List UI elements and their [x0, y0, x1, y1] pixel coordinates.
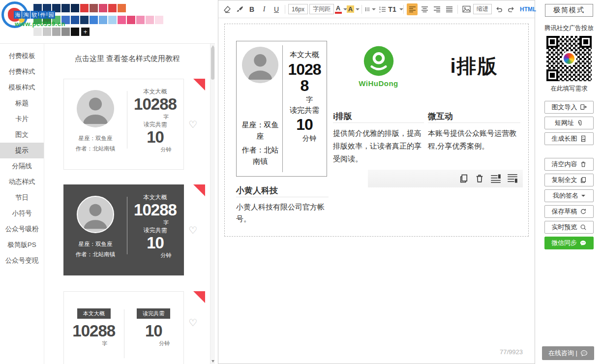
- scrollbar-thumb[interactable]: [211, 47, 214, 80]
- clear-content-button[interactable]: 清空内容: [544, 158, 594, 171]
- color-swatch[interactable]: [90, 4, 98, 12]
- online-support-button[interactable]: 在线咨询 |: [542, 346, 594, 360]
- delete-icon[interactable]: [475, 174, 484, 183]
- color-swatch[interactable]: [99, 4, 107, 12]
- template-item-dark[interactable]: 星座：双鱼座 作者：北站南镇 本文大概 10288 字 读完共需 10 分钟 ♡: [63, 184, 205, 275]
- highlight-color-button[interactable]: A: [348, 3, 359, 15]
- sidebar-item-image-text[interactable]: 图文: [0, 127, 44, 143]
- read-time-unit: 分钟: [135, 340, 195, 347]
- color-swatch[interactable]: [61, 16, 70, 24]
- color-swatch[interactable]: [61, 4, 70, 12]
- wechat-sync-button[interactable]: 微信同步: [544, 237, 594, 249]
- color-swatch[interactable]: [127, 16, 135, 24]
- color-swatch[interactable]: [33, 16, 42, 24]
- font-size-select[interactable]: 16px: [288, 4, 308, 14]
- template-item-split[interactable]: 本文大概 10288 字 读完共需 10 分钟 ♡: [63, 291, 205, 364]
- duplicate-icon[interactable]: [459, 174, 469, 183]
- live-preview-button[interactable]: 实时预览: [544, 221, 594, 234]
- generate-long-image-button[interactable]: 生成长图: [544, 132, 594, 145]
- align-justify-button[interactable]: [444, 3, 454, 15]
- signature-card[interactable]: 本文大概 10288 字 读完共需 10 分钟 星座：双鱼座 作者：北站南镇: [236, 41, 327, 177]
- template-item-light[interactable]: 星座：双鱼座 作者：北站南镇 本文大概 10288 字 读完共需 10 分钟 ♡: [63, 79, 205, 170]
- editor-content[interactable]: 本文大概 10288 字 读完共需 10 分钟 星座：双鱼座 作者：北站南镇: [224, 24, 529, 237]
- indent-button[interactable]: 缩进: [473, 4, 492, 14]
- color-swatch[interactable]: [146, 16, 154, 24]
- color-swatch[interactable]: [80, 16, 89, 24]
- insert-image-button[interactable]: [461, 3, 472, 15]
- color-swatch[interactable]: [108, 4, 117, 12]
- sidebar-item-paid-styles[interactable]: 付费样式: [0, 64, 44, 80]
- sidebar-item-monetize[interactable]: 公众号变现: [0, 253, 44, 269]
- color-swatch[interactable]: [43, 16, 51, 24]
- color-swatch[interactable]: [155, 16, 163, 24]
- qr-code-image[interactable]: [546, 36, 592, 81]
- sidebar-item-paid-templates[interactable]: 付费模板: [0, 48, 44, 64]
- color-swatch[interactable]: [33, 4, 42, 12]
- sidebar-item-holidays[interactable]: 节日: [0, 190, 44, 206]
- color-swatch[interactable]: [33, 28, 42, 36]
- color-swatch[interactable]: [43, 4, 51, 12]
- panel-scrollbar[interactable]: [210, 44, 215, 364]
- ipaiban-logo-image[interactable]: i排版: [428, 32, 520, 100]
- color-swatch[interactable]: [52, 28, 60, 36]
- sidebar-item-cards[interactable]: 卡片: [0, 111, 44, 127]
- sidebar-item-dividers[interactable]: 分隔线: [0, 158, 44, 174]
- html-mode-button[interactable]: HTML: [518, 6, 538, 13]
- color-swatch[interactable]: [90, 16, 98, 24]
- favorite-heart-icon[interactable]: ♡: [188, 317, 197, 329]
- trash-icon: [580, 161, 587, 168]
- undo-icon[interactable]: [493, 3, 504, 15]
- copy-all-button[interactable]: 复制全文: [544, 174, 594, 186]
- color-swatch[interactable]: [118, 4, 126, 12]
- sidebar-item-symbols[interactable]: 小符号: [0, 206, 44, 221]
- favorite-heart-icon[interactable]: ♡: [188, 224, 197, 236]
- color-swatch[interactable]: [61, 28, 70, 36]
- save-draft-button[interactable]: 保存草稿: [544, 205, 594, 218]
- color-swatch[interactable]: [52, 16, 60, 24]
- sidebar-item-tips[interactable]: 提示: [0, 143, 44, 158]
- color-swatch[interactable]: [80, 4, 89, 12]
- bold-button[interactable]: B: [246, 3, 257, 15]
- sidebar-item-dynamic-styles[interactable]: 动态样式: [0, 174, 44, 190]
- redo-icon[interactable]: [506, 3, 516, 15]
- add-color-button[interactable]: +: [81, 28, 90, 36]
- font-color-button[interactable]: A: [335, 3, 346, 15]
- color-swatch[interactable]: [99, 16, 107, 24]
- avatar: [77, 90, 114, 127]
- move-up-list-icon[interactable]: [490, 174, 501, 183]
- color-swatch[interactable]: [71, 4, 79, 12]
- italic-button[interactable]: I: [259, 3, 270, 15]
- sidebar-item-template-styles[interactable]: 模板样式: [0, 80, 44, 95]
- color-swatch[interactable]: [71, 28, 79, 36]
- align-right-button[interactable]: [431, 3, 442, 15]
- palette-row: [33, 16, 163, 24]
- column-description: 提供简介优雅的排版，提高排版效率，让读者真正的享受阅读。: [333, 127, 424, 165]
- tutorial-link[interactable]: 点击这里 查看签名样式使用教程: [45, 44, 210, 64]
- color-swatch[interactable]: [136, 16, 145, 24]
- import-article-button[interactable]: 图文导入: [544, 101, 594, 114]
- format-brush-icon[interactable]: [234, 3, 245, 15]
- color-swatch[interactable]: [108, 16, 117, 24]
- move-down-list-icon[interactable]: [507, 174, 518, 183]
- clear-format-icon[interactable]: [222, 3, 233, 15]
- color-swatch[interactable]: [71, 16, 79, 24]
- color-swatch[interactable]: [43, 28, 51, 36]
- align-center-button[interactable]: [419, 3, 430, 15]
- line-height-button[interactable]: T1: [390, 3, 400, 15]
- wechat-logo-image[interactable]: WiHuDong: [333, 32, 424, 100]
- letter-spacing-select[interactable]: 字间距: [309, 4, 334, 14]
- bullet-list-button[interactable]: [365, 3, 376, 15]
- scroll-down-icon[interactable]: [211, 360, 214, 363]
- align-left-button[interactable]: [407, 3, 418, 15]
- color-swatch[interactable]: [52, 4, 60, 12]
- simple-mode-button[interactable]: 极简模式: [545, 4, 593, 17]
- sidebar-item-simple-ps[interactable]: 极简版PS: [0, 237, 44, 253]
- sidebar-item-titles[interactable]: 标题: [0, 95, 44, 111]
- my-signature-button[interactable]: 我的签名: [544, 189, 594, 202]
- underline-button[interactable]: U: [271, 3, 282, 15]
- sidebar-item-followers[interactable]: 公众号吸粉: [0, 221, 44, 237]
- word-count-unit: 字: [289, 94, 330, 105]
- color-swatch[interactable]: [118, 16, 126, 24]
- favorite-heart-icon[interactable]: ♡: [188, 119, 197, 130]
- short-url-button[interactable]: 短网址: [544, 117, 594, 129]
